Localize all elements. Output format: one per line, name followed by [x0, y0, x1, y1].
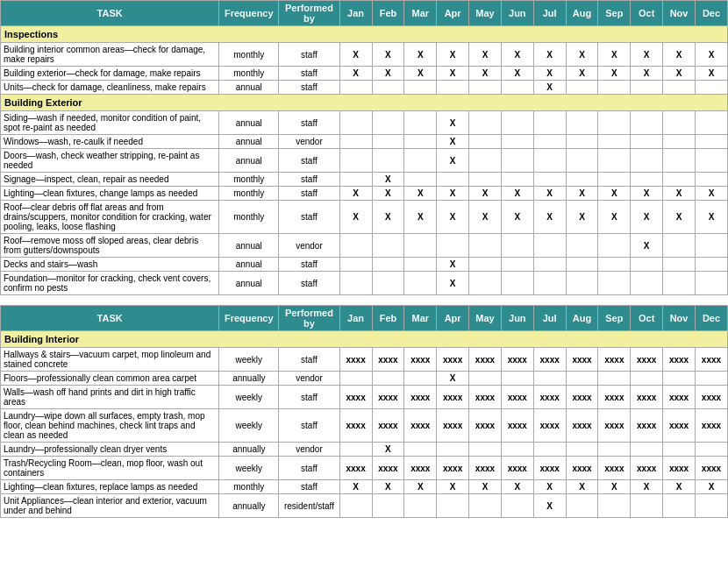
main-table: TASK Frequency Performed by Jan Feb Mar … — [0, 0, 728, 518]
table-row: Building interior common areas—check for… — [1, 43, 728, 67]
section-header: Building Exterior — [1, 95, 728, 111]
header-performed-by: Performed by — [279, 1, 339, 26]
table-row: Floors—professionally clean common area … — [1, 372, 728, 386]
header-frequency: Frequency — [219, 1, 279, 26]
table-row: Building exterior—check for damage, make… — [1, 67, 728, 81]
header-task: TASK — [1, 1, 219, 26]
header-jun: Jun — [501, 1, 533, 26]
table-row: Units—check for damage, cleanliness, mak… — [1, 81, 728, 95]
table-row: Trash/Recycling Room—clean, mop floor, w… — [1, 457, 728, 480]
table-row: Siding—wash if needed, monitor condition… — [1, 111, 728, 135]
header-aug: Aug — [566, 1, 598, 26]
header-oct: Oct — [631, 1, 663, 26]
table-row: Windows—wash, re-caulk if neededannualve… — [1, 135, 728, 149]
table2-header: TASKFrequencyPerformed byJanFebMarAprMay… — [1, 306, 728, 331]
header-mar: Mar — [404, 1, 437, 26]
table-row: Roof—remove moss off sloped areas, clear… — [1, 234, 728, 258]
table-row: Unit Appliances—clean interior and exter… — [1, 494, 728, 518]
header-jul: Jul — [533, 1, 566, 26]
table-row: Laundry—professionally clean dryer vents… — [1, 443, 728, 457]
table-row: Lighting—clean fixtures, change lamps as… — [1, 187, 728, 201]
table-row: Signage—inspect, clean, repair as needed… — [1, 173, 728, 187]
header-nov: Nov — [663, 1, 696, 26]
table1-header: TASK Frequency Performed by Jan Feb Mar … — [1, 1, 728, 26]
table-row: Doors—wash, check weather stripping, re-… — [1, 149, 728, 173]
header-sep: Sep — [598, 1, 631, 26]
section-header: Building Interior — [1, 331, 728, 348]
header-apr: Apr — [437, 1, 469, 26]
table-row: Roof—clear debris off flat areas and fro… — [1, 201, 728, 234]
table-row: Laundry—wipe down all surfaces, empty tr… — [1, 409, 728, 443]
table-row: Walls—wash off hand prints and dirt in h… — [1, 386, 728, 409]
header-jan: Jan — [339, 1, 372, 26]
table-row: Lighting—clean fixtures, replace lamps a… — [1, 480, 728, 494]
header-may: May — [469, 1, 502, 26]
section-header: Inspections — [1, 26, 728, 43]
table-row: Decks and stairs—washannualstaffX — [1, 258, 728, 272]
header-feb: Feb — [372, 1, 404, 26]
header-dec: Dec — [695, 1, 727, 26]
table-row: Foundation—monitor for cracking, check v… — [1, 272, 728, 295]
table-row: Hallways & stairs—vacuum carpet, mop lin… — [1, 348, 728, 372]
